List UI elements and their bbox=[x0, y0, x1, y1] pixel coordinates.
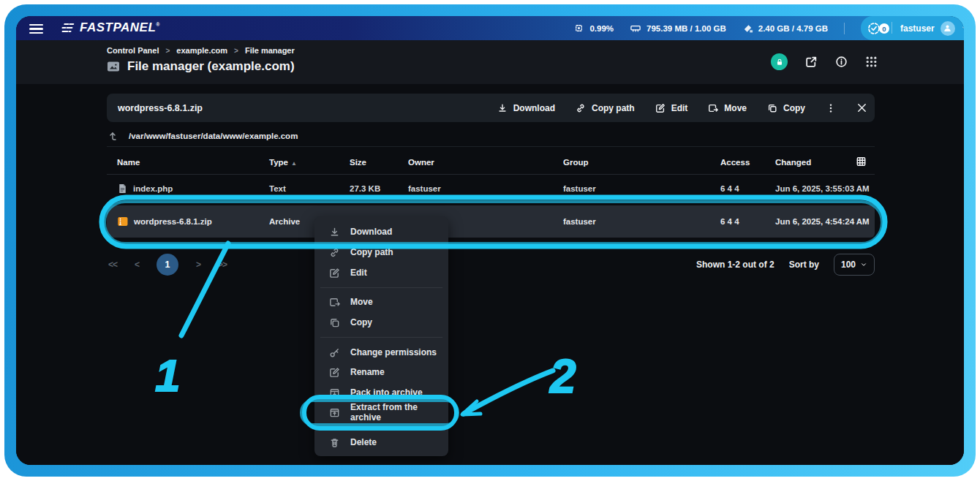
lock-icon bbox=[775, 58, 784, 67]
page-next-button[interactable]: > bbox=[196, 260, 200, 270]
security-status-button[interactable] bbox=[771, 53, 788, 70]
page-current-button[interactable]: 1 bbox=[157, 254, 178, 276]
ram-icon bbox=[630, 23, 641, 34]
page-title: File manager (example.com) bbox=[127, 59, 295, 74]
menu-separator bbox=[320, 337, 442, 338]
breadcrumb-separator: > bbox=[166, 47, 170, 55]
toolbar-actions: Download Copy path Edit Move Copy bbox=[497, 102, 867, 114]
sort-asc-icon: ▲ bbox=[291, 160, 297, 167]
edit-button[interactable]: Edit bbox=[655, 103, 688, 113]
download-icon bbox=[497, 103, 508, 113]
copy-path-button[interactable]: Copy path bbox=[576, 103, 635, 113]
breadcrumb: Control Panel > example.com > File manag… bbox=[107, 46, 295, 55]
file-type: Text bbox=[269, 184, 286, 193]
copy-icon bbox=[767, 103, 777, 113]
edit-icon bbox=[329, 268, 340, 279]
page-prev-button[interactable]: < bbox=[135, 260, 139, 270]
current-path[interactable]: /var/www/fastuser/data/www/example.com bbox=[129, 132, 298, 140]
menu-item-move[interactable]: Move bbox=[314, 292, 448, 312]
notification-badge: 0 bbox=[879, 23, 889, 34]
cpu-usage-stat: 0.99% bbox=[573, 23, 614, 34]
breadcrumb-file-manager[interactable]: File manager bbox=[245, 46, 295, 55]
move-icon bbox=[708, 103, 718, 113]
file-group: fastuser bbox=[563, 184, 596, 193]
menu-separator bbox=[320, 287, 442, 288]
file-changed: Jun 6, 2025, 4:54:24 AM bbox=[775, 217, 870, 226]
notifications-button[interactable]: 0 bbox=[867, 21, 881, 39]
app-panel: FASTPANEL® 0.99% 795.39 MB / 1.00 GB 2.4… bbox=[16, 16, 964, 465]
key-icon bbox=[329, 347, 340, 358]
column-size[interactable]: Size bbox=[350, 158, 366, 167]
column-type[interactable]: Type▲ bbox=[269, 158, 297, 167]
copy-icon bbox=[329, 317, 340, 328]
column-name[interactable]: Name bbox=[117, 158, 140, 167]
header-actions bbox=[771, 53, 878, 70]
breadcrumb-control-panel[interactable]: Control Panel bbox=[107, 46, 159, 55]
hamburger-menu-icon[interactable] bbox=[29, 22, 43, 36]
menu-item-extract-from-archive[interactable]: Extract from the archive bbox=[314, 402, 448, 423]
copy-button[interactable]: Copy bbox=[767, 103, 805, 113]
menu-separator bbox=[320, 427, 442, 428]
archive-file-icon bbox=[117, 216, 129, 227]
column-changed[interactable]: Changed bbox=[775, 158, 811, 167]
file-access: 6 4 4 bbox=[720, 217, 739, 226]
edit-icon bbox=[655, 103, 666, 113]
avatar bbox=[941, 21, 955, 36]
delete-icon bbox=[329, 437, 340, 448]
file-size: 27.3 KB bbox=[350, 184, 380, 193]
table-header: Name Type▲ Size Owner Group Access Chang… bbox=[107, 150, 875, 175]
page-size-select[interactable]: 100 bbox=[834, 254, 875, 276]
file-manager-icon bbox=[107, 60, 120, 73]
breadcrumb-domain[interactable]: example.com bbox=[176, 46, 227, 55]
table-row[interactable]: index.php Text 27.3 KB fastuser fastuser… bbox=[107, 175, 875, 202]
brand-logo[interactable]: FASTPANEL® bbox=[60, 20, 160, 35]
file-type: Archive bbox=[269, 217, 300, 226]
shown-count-label: Shown 1-2 out of 2 bbox=[696, 260, 774, 270]
download-button[interactable]: Download bbox=[497, 103, 555, 113]
file-manager-body: wordpress-6.8.1.zip Download Copy path E… bbox=[16, 84, 964, 465]
context-menu: Download Copy path Edit Move Copy bbox=[314, 216, 448, 456]
disk-icon bbox=[742, 23, 753, 34]
file-group: fastuser bbox=[563, 217, 596, 226]
column-access[interactable]: Access bbox=[720, 158, 750, 167]
file-name: index.php bbox=[133, 184, 173, 193]
chevron-down-icon bbox=[860, 261, 867, 268]
column-settings-button[interactable] bbox=[856, 156, 867, 168]
menu-item-edit[interactable]: Edit bbox=[314, 262, 448, 283]
top-navigation-bar: FASTPANEL® 0.99% 795.39 MB / 1.00 GB 2.4… bbox=[16, 16, 964, 40]
page-first-button[interactable]: << bbox=[108, 260, 117, 270]
more-actions-kebab-icon[interactable] bbox=[826, 102, 836, 114]
sort-by-label: Sort by bbox=[789, 260, 819, 270]
menu-item-copy-path[interactable]: Copy path bbox=[314, 242, 448, 262]
text-file-icon bbox=[117, 183, 128, 194]
info-icon[interactable] bbox=[835, 56, 848, 68]
column-owner[interactable]: Owner bbox=[408, 158, 434, 167]
column-group[interactable]: Group bbox=[563, 158, 589, 167]
file-changed: Jun 6, 2025, 3:55:03 AM bbox=[775, 184, 870, 193]
file-access: 6 4 4 bbox=[720, 184, 739, 193]
columns-icon bbox=[856, 156, 867, 167]
copy-path-icon bbox=[576, 103, 586, 113]
apps-grid-icon[interactable] bbox=[865, 56, 878, 68]
move-button[interactable]: Move bbox=[708, 103, 747, 113]
selected-file-toolbar: wordpress-6.8.1.zip Download Copy path E… bbox=[107, 94, 875, 122]
selected-file-name: wordpress-6.8.1.zip bbox=[118, 103, 203, 113]
menu-item-pack-into-archive[interactable]: Pack into archive bbox=[314, 382, 448, 403]
table-row-selected[interactable]: wordpress-6.8.1.zip Archive fastuser 6 4… bbox=[107, 205, 875, 238]
move-icon bbox=[329, 297, 340, 308]
close-icon[interactable] bbox=[856, 102, 867, 113]
cpu-icon bbox=[573, 23, 584, 34]
menu-item-delete[interactable]: Delete bbox=[314, 432, 448, 452]
menu-item-download[interactable]: Download bbox=[314, 221, 448, 242]
menu-item-change-permissions[interactable]: Change permissions bbox=[314, 342, 448, 363]
topbar-divider bbox=[844, 23, 845, 34]
menu-item-copy[interactable]: Copy bbox=[314, 312, 448, 333]
ram-usage-stat: 795.39 MB / 1.00 GB bbox=[630, 23, 726, 34]
breadcrumb-separator: > bbox=[234, 47, 238, 55]
open-site-icon[interactable] bbox=[805, 56, 818, 68]
up-directory-icon[interactable] bbox=[107, 130, 118, 142]
download-icon bbox=[329, 227, 340, 238]
page-last-button[interactable]: >> bbox=[218, 260, 227, 270]
user-menu[interactable]: fastuser bbox=[900, 16, 964, 40]
menu-item-rename[interactable]: Rename bbox=[314, 362, 448, 382]
